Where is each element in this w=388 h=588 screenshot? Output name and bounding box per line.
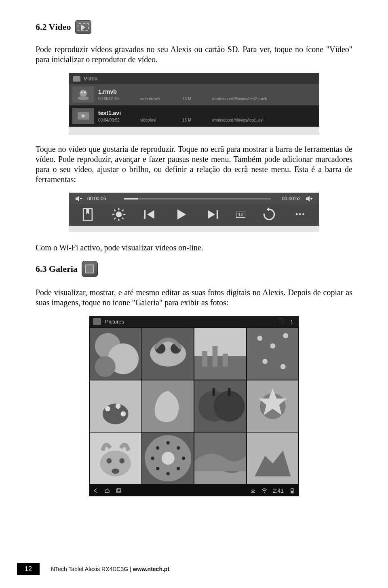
video-row[interactable]: 1.rmvb 00:00/01:05 video/rmvb 16 M /mnt/…: [69, 84, 319, 105]
next-icon[interactable]: [205, 209, 219, 220]
slideshow-icon[interactable]: [277, 319, 283, 324]
gallery-thumb[interactable]: [90, 433, 141, 484]
video-duration: 00:00/01:05: [98, 97, 127, 101]
footer-product: NTech Tablet Alexis RX4DC3G |: [51, 566, 133, 572]
overflow-menu-icon[interactable]: ⋮: [289, 319, 295, 325]
gallery-app-icon: [82, 261, 98, 277]
svg-point-13: [116, 212, 121, 217]
video-mime: video/rmvb: [140, 97, 169, 101]
brightness-icon[interactable]: [112, 209, 126, 220]
svg-marker-26: [208, 210, 215, 219]
aspect-ratio-button[interactable]: 4:3: [236, 212, 246, 218]
svg-point-70: [151, 457, 154, 460]
svg-point-2: [84, 92, 86, 94]
svg-line-20: [114, 218, 116, 219]
video-size: 15 M: [182, 118, 198, 122]
nav-clock: 2:41: [273, 487, 284, 494]
video-mime: video/avi: [140, 118, 169, 122]
video-duration: 00:04/00:52: [98, 118, 127, 122]
svg-rect-37: [213, 346, 218, 367]
svg-rect-79: [291, 491, 293, 493]
nav-recent-icon[interactable]: [116, 488, 121, 494]
gallery-thumb[interactable]: [247, 433, 299, 484]
video-thumbnail: [72, 86, 94, 103]
svg-point-60: [119, 458, 124, 464]
video-list-footer: [69, 127, 319, 135]
paragraph-1: Pode reproduzir vídeos gravados no seu A…: [36, 44, 352, 65]
video-toolbar-screenshot: 00:00:05 00:00:52 4:3 •••: [69, 193, 319, 232]
elapsed-time: 00:00:05: [87, 196, 120, 202]
video-thumbnail: [72, 108, 94, 124]
back-icon[interactable]: [93, 318, 101, 325]
svg-rect-39: [247, 328, 299, 380]
svg-marker-6: [76, 196, 79, 202]
video-name: 1.rmvb: [98, 88, 316, 95]
play-icon[interactable]: [174, 209, 188, 220]
progress-bar[interactable]: [124, 198, 271, 200]
paragraph-4: Pode visualizar, mostrar, e até mesmo ed…: [36, 288, 352, 308]
svg-point-49: [121, 411, 126, 416]
footer-url: www.ntech.pt: [133, 566, 169, 572]
svg-rect-22: [144, 210, 146, 219]
gallery-thumb[interactable]: [247, 328, 299, 380]
rotate-icon[interactable]: [262, 209, 276, 220]
svg-point-65: [177, 446, 180, 449]
gallery-thumb[interactable]: [247, 380, 299, 432]
nav-wifi-icon[interactable]: [261, 488, 267, 494]
svg-point-63: [161, 452, 174, 465]
svg-point-76: [264, 491, 265, 492]
gallery-thumb[interactable]: [142, 328, 194, 380]
nav-download-icon[interactable]: [250, 488, 256, 494]
video-list-screenshot: Vídeo 1.rmvb 00:00/01:05 video/rmvb 16 M…: [69, 73, 319, 135]
svg-rect-36: [202, 351, 207, 366]
nav-back-icon[interactable]: [93, 488, 99, 494]
paragraph-3: Com o Wi-Fi activo, pode visualizar víde…: [36, 243, 352, 253]
gallery-screenshot: Pictures ⋮ 2:41: [89, 316, 299, 496]
nav-home-icon[interactable]: [104, 488, 110, 494]
svg-line-21: [122, 210, 124, 211]
gallery-thumb[interactable]: [194, 380, 246, 432]
gallery-thumb[interactable]: [142, 380, 194, 432]
section-6-2-title: 6.2 Vídeo: [36, 22, 71, 32]
bookmark-icon[interactable]: [80, 209, 95, 220]
svg-point-31: [150, 341, 186, 367]
svg-point-61: [112, 468, 119, 474]
gallery-thumb[interactable]: [194, 433, 246, 484]
video-list-header: Vídeo: [69, 73, 319, 84]
volume-down-icon[interactable]: [75, 196, 82, 202]
video-name: test1.avi: [98, 110, 316, 116]
svg-line-19: [122, 218, 124, 219]
video-list-header-label: Vídeo: [84, 76, 97, 82]
svg-rect-7: [80, 198, 82, 199]
svg-rect-54: [228, 388, 230, 396]
svg-point-69: [156, 467, 159, 470]
svg-point-71: [156, 446, 159, 449]
volume-up-icon[interactable]: [306, 196, 313, 202]
svg-point-30: [95, 356, 116, 377]
previous-icon[interactable]: [143, 209, 157, 220]
gallery-thumb[interactable]: [90, 328, 141, 380]
video-row[interactable]: test1.avi 00:04/00:52 video/avi 15 M /mn…: [69, 105, 319, 127]
svg-point-47: [105, 406, 110, 411]
svg-marker-8: [306, 196, 310, 202]
video-path: /mnt/sdcard/Movies/test2.rmvb: [212, 97, 267, 101]
total-time: 00:00:52: [275, 196, 301, 202]
svg-point-64: [166, 441, 169, 444]
svg-point-3: [78, 96, 89, 100]
gallery-title: Pictures: [105, 319, 124, 325]
more-icon[interactable]: •••: [293, 209, 308, 220]
paragraph-2: Toque no vídeo que gostaria de reproduzi…: [36, 144, 352, 185]
gallery-thumb[interactable]: [194, 328, 246, 380]
svg-point-40: [257, 336, 262, 341]
page-footer: 12 NTech Tablet Alexis RX4DC3G | www.nte…: [0, 563, 169, 575]
svg-rect-25: [216, 210, 218, 219]
svg-point-0: [80, 90, 87, 97]
clapboard-icon: [73, 76, 80, 82]
nav-battery-icon: [289, 488, 295, 494]
svg-point-1: [81, 92, 83, 94]
svg-rect-10: [311, 198, 312, 200]
gallery-thumb[interactable]: [90, 380, 141, 432]
page-number: 12: [17, 563, 40, 575]
video-path: /mnt/sdcard/Movies/test1.avi: [212, 118, 264, 122]
gallery-thumb[interactable]: [142, 433, 194, 484]
